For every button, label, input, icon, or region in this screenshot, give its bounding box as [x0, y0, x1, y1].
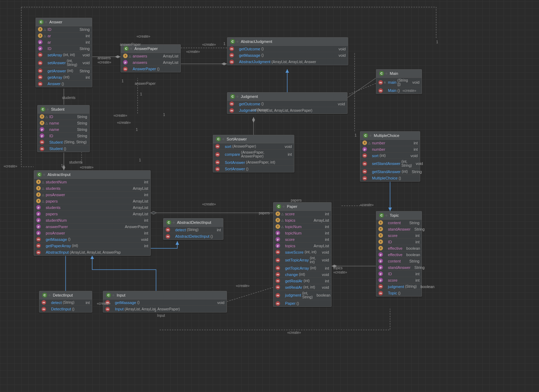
member-row[interactable]: msetTopicArray(int, int)void — [273, 255, 331, 265]
member-row[interactable]: fscoreint — [376, 232, 422, 239]
member-row[interactable]: mInput(ArrayList, ArrayList, AnswerPaper… — [103, 306, 227, 312]
member-row[interactable]: mAnswerPaper() — [121, 66, 180, 72]
member-row[interactable]: ptopicsArrayList — [273, 243, 331, 249]
class-input[interactable]: C○InputmgetMassage()voidmInput(ArrayList… — [103, 291, 227, 313]
relation-label: «create» — [80, 165, 94, 169]
member-row[interactable]: mSortAnswer(AnswerPaper, int) — [213, 159, 294, 166]
member-row[interactable]: f△numberint — [360, 140, 420, 146]
member-row[interactable]: pIDString — [36, 45, 92, 52]
member-row[interactable]: mjudgment(int, String)boolean — [273, 291, 331, 300]
member-row[interactable]: msetAnswer(int, String)void — [36, 58, 92, 68]
member-row[interactable]: msetStandAnswer(int, String)void — [360, 159, 420, 169]
member-row[interactable]: mJudgment(ArrayList, ArrayList, AnswerPa… — [227, 107, 347, 114]
member-row[interactable]: f△IDString — [38, 114, 89, 120]
member-row[interactable]: msetRealAr(int, int)void — [273, 284, 331, 291]
member-row[interactable]: mAbstractJudgment(ArrayList, ArrayList, … — [227, 59, 348, 65]
member-name: getPaperArray — [46, 244, 71, 248]
member-row[interactable]: msort(AnswerPaper)void — [213, 143, 294, 150]
member-row[interactable]: pscoreint — [273, 236, 331, 243]
class-title: Student — [51, 107, 65, 111]
member-row[interactable]: mgetOutcome()void — [227, 46, 348, 52]
member-row[interactable]: mStudent(String, String) — [38, 139, 89, 145]
member-row[interactable]: pposAnswerint — [34, 230, 150, 236]
member-row[interactable]: mSortAnswer() — [213, 166, 294, 172]
member-row[interactable]: f△nameString — [38, 120, 89, 126]
class-student[interactable]: C○Studentf△IDStringf△nameStringpnameStri… — [37, 105, 90, 152]
member-row[interactable]: f△topicsArrayList — [273, 217, 331, 223]
member-row[interactable]: mgetPaperArray(int)int — [34, 243, 150, 249]
svg-marker-6 — [151, 211, 156, 214]
member-row[interactable]: mgetRealAr(int)int — [273, 278, 331, 284]
member-row[interactable]: mTopic() — [376, 290, 422, 296]
class-sortanswer[interactable]: C○SortAnswermsort(AnswerPaper)voidmcompa… — [213, 135, 294, 172]
class-abstractjudgment[interactable]: C○AbstractJudgmentmgetOutcome()voidmgetM… — [227, 37, 348, 65]
member-row[interactable]: mgetAnswer(int)String — [36, 68, 92, 74]
member-row[interactable]: pnameString — [38, 126, 89, 133]
member-row[interactable]: fstandAnswerString — [376, 226, 422, 232]
member-row[interactable]: pcontentString — [376, 258, 422, 264]
member-row[interactable]: msaveScore(int, int)void — [273, 249, 331, 255]
member-row[interactable]: panswersArrayList — [121, 59, 180, 66]
member-row[interactable]: ptopicNumint — [273, 230, 331, 236]
member-row[interactable]: pIDint — [376, 271, 422, 277]
member-row[interactable]: f△arint — [36, 33, 92, 39]
member-row[interactable]: mDetectInput() — [39, 306, 92, 312]
member-row[interactable]: mAbstractInput(ArrayList, ArrayList, Ans… — [34, 249, 150, 255]
member-row[interactable]: mStudent() — [38, 145, 89, 152]
member-row[interactable]: fIDint — [376, 239, 422, 245]
member-row[interactable]: mgetMassage()void — [34, 236, 150, 243]
member-row[interactable]: pIDString — [38, 133, 89, 139]
member-name: change — [285, 272, 298, 277]
member-row[interactable]: feffectiveboolean — [376, 245, 422, 252]
member-row[interactable]: f△IDString — [36, 26, 92, 33]
member-row[interactable]: mgetTopicArray(int)int — [273, 265, 331, 271]
member-row[interactable]: pscoreint — [376, 277, 422, 283]
member-row[interactable]: mgetArray(int)int — [36, 74, 92, 81]
member-row[interactable]: panswerParerAnswerPaper — [34, 223, 150, 230]
class-topic[interactable]: C○TopicfcontentStringfstandAnswerStringf… — [376, 211, 422, 297]
member-row[interactable]: parint — [36, 39, 92, 45]
member-row[interactable]: pstudentsArrayList — [34, 204, 150, 211]
member-row[interactable]: msetArray(int, int)void — [36, 52, 92, 58]
member-row[interactable]: pstudentNumint — [34, 217, 150, 223]
member-row[interactable]: f△scoreint — [273, 211, 331, 217]
member-row[interactable]: f△answersArrayList — [121, 53, 180, 59]
member-params: (int) — [299, 272, 305, 276]
member-row[interactable]: mchange(int)void — [273, 271, 331, 278]
class-multiplechoice[interactable]: C○MultipleChoicef△numberintpnumberintmso… — [360, 131, 420, 182]
member-row[interactable]: f△studentNumint — [34, 179, 150, 185]
member-row[interactable]: ppapersArrayList — [34, 211, 150, 217]
class-judgment[interactable]: C○JudgmentmgetOutcome()voidmJudgment(Arr… — [227, 92, 348, 114]
member-row[interactable]: f△studentsArrayList — [34, 185, 150, 192]
member-row[interactable]: peffectiveboolean — [376, 252, 422, 258]
member-row[interactable]: mgetStandAnswer(int)String — [360, 169, 420, 175]
member-row[interactable]: mAbstractDetectInput() — [163, 233, 223, 239]
member-row[interactable]: msmain(String [])void — [376, 78, 422, 87]
member-row[interactable]: mgetOutcome()void — [227, 101, 347, 107]
member-row[interactable]: f△posAnswerint — [34, 192, 150, 198]
class-answerpaper[interactable]: C○AnswerPaperf△answersArrayListpanswersA… — [121, 44, 181, 72]
class-detectinput[interactable]: C○DetectInputmdetect(String)intmDetectIn… — [39, 291, 92, 313]
member-row[interactable]: mdetect(String)int — [163, 227, 223, 233]
member-row[interactable]: pnumberint — [360, 146, 420, 153]
member-row[interactable]: mPaper() — [273, 300, 331, 307]
class-paper[interactable]: C○Paperf△scoreintf△topicsArrayListf△topi… — [273, 202, 332, 307]
class-abstractinput[interactable]: C○AbstractInputf△studentNumintf△students… — [34, 170, 151, 256]
member-row[interactable]: mcompare(AnswerPaper, AnswerPaper)int — [213, 150, 294, 159]
member-row[interactable]: f△papersArrayList — [34, 198, 150, 204]
member-name: getTopicArray — [285, 266, 309, 270]
member-name: getAnswer — [48, 69, 66, 73]
class-abstractdetectinput[interactable]: C○AbstractDetectInputmdetect(String)intm… — [163, 218, 223, 240]
member-row[interactable]: pstandAnswerString — [376, 264, 422, 271]
class-answer[interactable]: C○Answerf△IDStringf△arintparintpIDString… — [35, 18, 92, 87]
member-row[interactable]: mgetMassage()void — [227, 52, 348, 59]
member-row[interactable]: mjudgment(String)boolean — [376, 283, 422, 290]
member-row[interactable]: fcontentString — [376, 220, 422, 226]
member-row[interactable]: mAnswer() — [36, 81, 92, 87]
member-row[interactable]: mgetMassage()void — [103, 299, 227, 306]
member-type: void — [319, 272, 329, 277]
member-row[interactable]: f△topicNumint — [273, 223, 331, 230]
member-row[interactable]: msort(int)void — [360, 153, 420, 159]
member-row[interactable]: mdetect(String)int — [39, 299, 92, 306]
member-row[interactable]: mMultipleChoice() — [360, 175, 420, 181]
